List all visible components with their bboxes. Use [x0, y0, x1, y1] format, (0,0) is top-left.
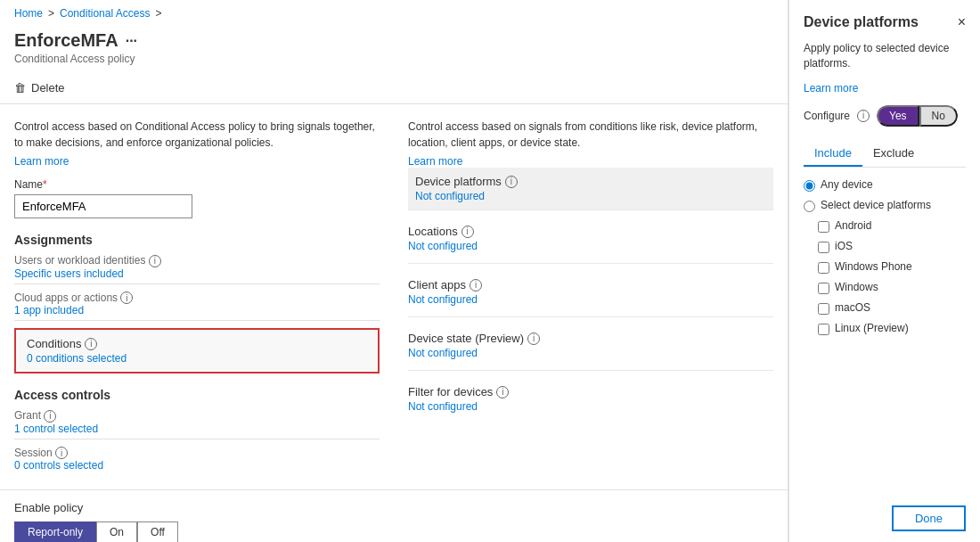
windows-phone-option[interactable]: Windows Phone [818, 260, 966, 274]
panel-footer: Done [892, 505, 966, 531]
locations-title: Locations i [408, 225, 773, 238]
enable-policy-section: Enable policy Report-only On Off Save [0, 489, 788, 542]
filter-devices-title: Filter for devices i [408, 385, 773, 398]
locations-row[interactable]: Locations i Not configured [408, 225, 773, 264]
configure-no-button[interactable]: No [919, 105, 958, 127]
panel-header: Device platforms × [804, 14, 966, 30]
select-platforms-option[interactable]: Select device platforms [804, 199, 966, 212]
delete-icon: 🗑 [14, 81, 26, 94]
locations-value: Not configured [408, 240, 773, 252]
client-apps-title: Client apps i [408, 278, 773, 292]
tab-include[interactable]: Include [804, 141, 862, 167]
configure-toggle: Yes No [877, 105, 958, 127]
toolbar: 🗑 Delete [0, 72, 788, 104]
session-label: Session i [14, 447, 380, 460]
select-platforms-radio[interactable] [804, 201, 815, 212]
android-label: Android [835, 219, 871, 232]
breadcrumb-conditional-access[interactable]: Conditional Access [60, 7, 150, 20]
device-platforms-value: Not configured [415, 190, 766, 202]
filter-devices-row[interactable]: Filter for devices i Not configured [408, 385, 773, 423]
cloud-label: Cloud apps or actions i [14, 292, 380, 305]
toggle-off[interactable]: Off [137, 521, 178, 542]
configure-info-icon[interactable]: i [857, 110, 870, 122]
grant-value[interactable]: 1 control selected [14, 423, 380, 435]
tab-row: Include Exclude [804, 141, 966, 168]
conditions-info-icon[interactable]: i [85, 338, 97, 350]
breadcrumb-sep2: > [155, 7, 161, 20]
linux-checkbox[interactable] [818, 324, 829, 335]
page-title-text: EnforceMFA [14, 30, 118, 51]
name-input[interactable] [14, 194, 192, 218]
linux-option[interactable]: Linux (Preview) [818, 322, 966, 335]
toggle-on[interactable]: On [96, 521, 137, 542]
device-state-info-icon[interactable]: i [527, 333, 540, 345]
windows-option[interactable]: Windows [818, 281, 966, 294]
client-apps-row[interactable]: Client apps i Not configured [408, 278, 773, 317]
device-platforms-row[interactable]: Device platforms i Not configured [408, 168, 773, 210]
session-value[interactable]: 0 controls selected [14, 459, 380, 472]
windows-checkbox[interactable] [818, 283, 829, 294]
configure-yes-button[interactable]: Yes [877, 105, 919, 127]
device-state-value: Not configured [408, 347, 773, 359]
device-platforms-info-icon[interactable]: i [505, 176, 518, 188]
panel-description: Apply policy to selected device platform… [804, 41, 966, 71]
windows-label: Windows [835, 281, 878, 293]
page-header: EnforceMFA ··· Conditional Access policy [0, 27, 788, 72]
windows-phone-label: Windows Phone [835, 260, 912, 273]
delete-button[interactable]: 🗑 Delete [14, 78, 65, 98]
delete-label: Delete [31, 81, 65, 94]
any-device-option[interactable]: Any device [804, 178, 966, 192]
right-column: Control access based on signals from con… [401, 119, 773, 475]
name-field-label: Name* [14, 178, 380, 191]
right-learn-more[interactable]: Learn more [408, 155, 462, 168]
left-column: Control access based on Conditional Acce… [14, 119, 401, 475]
access-controls-title: Access controls [14, 388, 380, 402]
grant-label: Grant i [14, 409, 380, 423]
filter-devices-value: Not configured [408, 400, 773, 413]
close-panel-button[interactable]: × [958, 14, 966, 30]
cloud-info-icon[interactable]: i [120, 292, 133, 304]
cloud-value[interactable]: 1 app included [14, 304, 380, 316]
configure-row: Configure i Yes No [804, 105, 966, 127]
policy-toggle-group: Report-only On Off [14, 521, 773, 542]
required-star: * [43, 178, 47, 191]
breadcrumb-sep1: > [48, 7, 54, 20]
page-subtitle: Conditional Access policy [14, 53, 773, 65]
toggle-report-only[interactable]: Report-only [14, 521, 96, 542]
more-options-icon[interactable]: ··· [126, 33, 137, 49]
panel-title: Device platforms [804, 14, 919, 30]
conditions-value: 0 conditions selected [27, 352, 367, 365]
session-info-icon[interactable]: i [55, 447, 68, 459]
android-checkbox[interactable] [818, 221, 829, 233]
linux-label: Linux (Preview) [835, 322, 909, 334]
left-learn-more[interactable]: Learn more [14, 155, 69, 168]
users-info-icon[interactable]: i [149, 255, 161, 267]
breadcrumb-home[interactable]: Home [14, 7, 43, 20]
ios-option[interactable]: iOS [818, 240, 966, 253]
assignments-title: Assignments [14, 233, 380, 247]
grant-info-icon[interactable]: i [44, 410, 56, 423]
ios-checkbox[interactable] [818, 242, 829, 253]
windows-phone-checkbox[interactable] [818, 262, 829, 274]
conditions-title: Conditions i [27, 337, 367, 350]
conditions-box[interactable]: Conditions i 0 conditions selected [14, 328, 380, 374]
tab-exclude[interactable]: Exclude [862, 141, 925, 167]
panel-learn-more[interactable]: Learn more [804, 82, 966, 94]
filter-devices-info-icon[interactable]: i [496, 386, 509, 398]
left-description: Control access based on Conditional Acce… [14, 119, 380, 151]
done-button[interactable]: Done [892, 505, 966, 531]
macos-checkbox[interactable] [818, 303, 829, 315]
locations-info-icon[interactable]: i [461, 226, 474, 238]
ios-label: iOS [835, 240, 853, 252]
users-value[interactable]: Specific users included [14, 267, 380, 280]
device-state-row[interactable]: Device state (Preview) i Not configured [408, 332, 773, 371]
client-apps-info-icon[interactable]: i [470, 279, 482, 292]
android-option[interactable]: Android [818, 219, 966, 233]
any-device-radio[interactable] [804, 180, 815, 192]
client-apps-value: Not configured [408, 293, 773, 306]
select-platforms-label: Select device platforms [821, 199, 931, 211]
breadcrumb: Home > Conditional Access > [0, 0, 788, 27]
device-state-title: Device state (Preview) i [408, 332, 773, 345]
macos-option[interactable]: macOS [818, 301, 966, 315]
right-description: Control access based on signals from con… [408, 119, 773, 151]
